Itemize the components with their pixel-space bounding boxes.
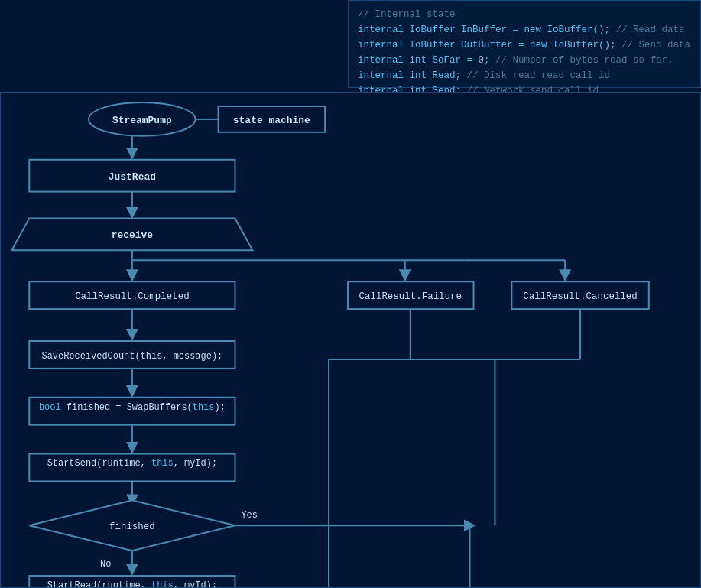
svg-text:JustRead: JustRead <box>109 171 156 183</box>
diagram-svg: StreamPump state machine JustRead <box>1 93 700 587</box>
code-line-1: // Internal state <box>358 9 456 20</box>
code-line-5: internal int Read; // Disk read read cal… <box>358 70 610 81</box>
code-line-3: internal IoBuffer OutBuffer = new IoBuff… <box>358 40 690 50</box>
diagram-panel: StreamPump state machine JustRead <box>0 92 701 588</box>
svg-text:state machine: state machine <box>233 115 310 126</box>
svg-text:CallResult.Failure: CallResult.Failure <box>359 291 462 302</box>
svg-text:No: No <box>100 559 111 570</box>
svg-text:StreamPump: StreamPump <box>112 115 172 126</box>
svg-text:finished: finished <box>109 521 155 532</box>
code-line-2: internal IoBuffer InBuffer = new IoBuffe… <box>358 24 685 35</box>
svg-text:SaveReceivedCount(this, messag: SaveReceivedCount(this, message); <box>42 351 223 362</box>
svg-text:StartSend(runtime, this, myId): StartSend(runtime, this, myId); <box>47 458 217 469</box>
svg-text:StartRead(runtime, this, myId): StartRead(runtime, this, myId); <box>47 580 217 587</box>
code-line-4: internal int SoFar = 0; // Number of byt… <box>358 55 673 66</box>
svg-text:receive: receive <box>112 229 154 241</box>
svg-text:CallResult.Cancelled: CallResult.Cancelled <box>523 291 637 302</box>
svg-text:bool finished = SwapBuffers(th: bool finished = SwapBuffers(this); <box>39 402 226 413</box>
svg-text:CallResult.Completed: CallResult.Completed <box>75 291 189 302</box>
svg-text:Yes: Yes <box>241 510 258 521</box>
code-panel: // Internal state internal IoBuffer InBu… <box>348 0 701 88</box>
